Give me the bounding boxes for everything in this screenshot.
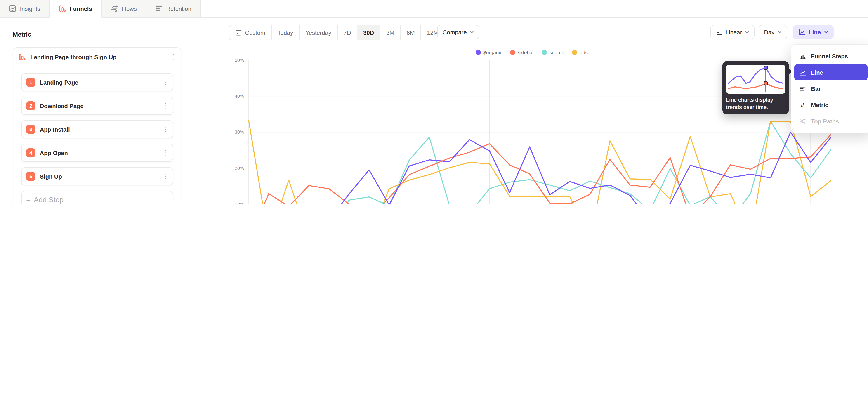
tab-flows[interactable]: Flows [101, 0, 146, 18]
add-step-label: Add Step [34, 196, 64, 204]
step-number-badge: 4 [26, 148, 35, 157]
compare-button[interactable]: Compare [437, 25, 479, 39]
step-kebab-icon[interactable] [163, 125, 168, 134]
menu-item-label: Metric [811, 101, 829, 108]
y-tick-label: 30% [235, 129, 244, 134]
step-label: Landing Page [40, 79, 159, 86]
compare-label: Compare [442, 29, 467, 35]
step-kebab-icon[interactable] [163, 172, 168, 181]
range-label: Yesterday [305, 29, 331, 36]
menu-item-metric[interactable]: # Metric [794, 97, 868, 113]
series-line-ads[interactable] [249, 120, 831, 204]
step-label: Sign Up [40, 173, 159, 180]
metric-hash-icon: # [799, 101, 806, 108]
add-step-button[interactable]: + Add Step [21, 191, 173, 204]
menu-item-funnel-steps[interactable]: Funnel Steps [794, 48, 868, 64]
range-today[interactable]: Today [272, 25, 300, 40]
calendar-icon [235, 29, 242, 36]
menu-item-top-paths[interactable]: Top Paths [794, 113, 868, 129]
funnel-step-2[interactable]: 2 Download Page [21, 97, 173, 115]
retention-icon [155, 5, 162, 12]
funnel-step-1[interactable]: 1 Landing Page [21, 73, 173, 91]
range-yesterday[interactable]: Yesterday [300, 25, 338, 40]
scale-select-button[interactable]: Linear [710, 25, 754, 39]
funnel-header[interactable]: Landing Page through Sign Up [13, 48, 181, 66]
tab-label: Funnels [70, 5, 92, 12]
funnel-step-5[interactable]: 5 Sign Up [21, 167, 173, 185]
tab-retention[interactable]: Retention [146, 0, 201, 18]
menu-item-bar[interactable]: Bar [794, 81, 868, 97]
step-number-badge: 1 [26, 78, 35, 87]
step-label: Download Page [40, 102, 159, 109]
y-tick-label: 50% [235, 57, 244, 63]
menu-item-label: Top Paths [811, 118, 839, 125]
step-number-badge: 3 [26, 125, 35, 134]
range-label: Custom [245, 29, 266, 36]
linear-axis-icon [716, 29, 722, 35]
tab-funnels[interactable]: Funnels [50, 0, 102, 18]
top-tab-bar: Insights Funnels Flows Retention [0, 0, 868, 18]
tab-label: Flows [121, 5, 137, 12]
line-chart-tooltip: Line charts display trends over time. [722, 61, 789, 115]
menu-item-label: Line [811, 69, 823, 76]
range-label: 3M [386, 29, 395, 36]
funnel-steps-list: 1 Landing Page 2 Download Page 3 App Ins… [13, 73, 181, 204]
insights-icon [9, 5, 16, 12]
y-tick-label: 20% [235, 165, 244, 171]
chart-type-label: Line [809, 29, 821, 35]
series-line-sidebar[interactable] [249, 135, 831, 204]
step-number-badge: 2 [26, 101, 35, 111]
menu-item-label: Bar [811, 85, 821, 92]
granularity-select-button[interactable]: Day [758, 25, 787, 39]
chevron-down-icon [470, 31, 474, 33]
range-custom[interactable]: Custom [229, 25, 272, 40]
plus-icon: + [26, 196, 30, 204]
tab-bar-filler [201, 0, 868, 18]
tooltip-mini-chart [726, 65, 785, 94]
chart-type-button[interactable]: Line [793, 25, 833, 39]
scale-label: Linear [725, 29, 742, 35]
y-tick-label: 40% [235, 93, 244, 99]
menu-item-line[interactable]: Line [794, 64, 868, 81]
line-chart-icon [798, 29, 806, 36]
range-label: 12M [427, 29, 438, 36]
tab-label: Retention [166, 5, 191, 12]
tab-insights[interactable]: Insights [0, 0, 50, 18]
range-7d[interactable]: 7D [338, 25, 358, 40]
funnels-icon [59, 5, 66, 12]
range-label: 6M [407, 29, 415, 36]
date-range-control: CustomTodayYesterday7D30D3M6M12M [229, 25, 445, 40]
funnel-metric-icon [19, 53, 26, 61]
step-kebab-icon[interactable] [163, 78, 168, 87]
range-30d[interactable]: 30D [358, 25, 380, 40]
flows-icon [111, 5, 118, 12]
chevron-down-icon [778, 31, 782, 33]
step-kebab-icon[interactable] [163, 148, 168, 158]
step-kebab-icon[interactable] [163, 101, 168, 111]
range-3m[interactable]: 3M [380, 25, 401, 40]
chart-type-menu: Funnel Steps Line Bar # Metric Top Paths [791, 44, 868, 133]
metric-section-title: Metric [13, 31, 181, 38]
tooltip-text: Line charts display trends over time. [726, 97, 785, 111]
chevron-down-icon [745, 31, 749, 33]
range-label: 7D [344, 29, 351, 36]
query-builder-sidebar: Metric Landing Page through Sign Up 1 La… [0, 18, 193, 204]
funnel-step-4[interactable]: 4 App Open [21, 144, 173, 162]
range-6m[interactable]: 6M [401, 25, 421, 40]
range-label: 30D [363, 29, 374, 36]
series-line-search[interactable] [249, 121, 831, 204]
menu-item-label: Funnel Steps [811, 53, 848, 60]
funnel-step-3[interactable]: 3 App Install [21, 120, 173, 138]
funnel-title: Landing Page through Sign Up [30, 54, 166, 60]
funnels-app: Insights Funnels Flows Retention Metric … [0, 0, 868, 204]
tab-label: Insights [20, 5, 40, 12]
funnel-menu-kebab-icon[interactable] [170, 53, 176, 62]
granularity-label: Day [764, 29, 774, 35]
chevron-down-icon [824, 31, 828, 33]
funnel-definition-card: Landing Page through Sign Up 1 Landing P… [13, 48, 181, 204]
step-number-badge: 5 [26, 172, 35, 181]
y-tick-label: 10% [235, 201, 244, 204]
range-label: Today [278, 29, 293, 36]
step-label: App Install [40, 126, 159, 133]
step-label: App Open [40, 150, 159, 156]
